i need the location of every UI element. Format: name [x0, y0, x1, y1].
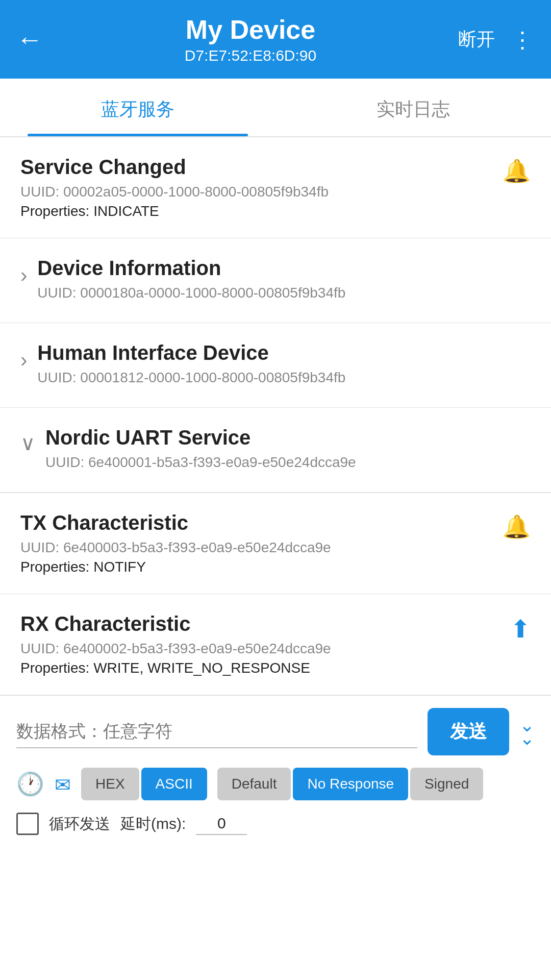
device-information-name: Device Information — [37, 257, 531, 280]
rx-characteristic-header: RX Characteristic UUID: 6e400002-b5a3-f3… — [20, 612, 531, 676]
response-type-group: Default No Response Signed — [217, 768, 484, 800]
header-actions: 断开 ⋮ — [458, 27, 535, 53]
default-response-button[interactable]: Default — [217, 768, 291, 800]
nordic-uart-uuid: UUID: 6e400001-b5a3-f393-e0a9-e50e24dcca… — [45, 454, 531, 471]
rx-characteristic-uuid: UUID: 6e400002-b5a3-f393-e0a9-e50e24dcca… — [20, 641, 331, 657]
send-button[interactable]: 发送 — [428, 708, 509, 755]
characteristic-tx: TX Characteristic UUID: 6e400003-b5a3-f3… — [0, 493, 551, 594]
rx-characteristic-info: RX Characteristic UUID: 6e400002-b5a3-f3… — [20, 612, 331, 676]
rx-characteristic-properties: Properties: WRITE, WRITE_NO_RESPONSE — [20, 660, 331, 676]
service-changed-header: Service Changed UUID: 00002a05-0000-1000… — [20, 156, 531, 219]
format-row: 🕐 ✉ HEX ASCII Default No Response Signed — [16, 768, 535, 800]
characteristic-rx: RX Characteristic UUID: 6e400002-b5a3-f3… — [0, 594, 551, 695]
rx-characteristic-name: RX Characteristic — [20, 612, 331, 635]
service-changed-uuid: UUID: 00002a05-0000-1000-8000-00805f9b34… — [20, 184, 329, 200]
input-row: 发送 ⌄⌄ — [16, 708, 535, 755]
service-changed: Service Changed UUID: 00002a05-0000-1000… — [0, 137, 551, 238]
bottom-panel: 发送 ⌄⌄ 🕐 ✉ HEX ASCII Default No Response … — [0, 695, 551, 845]
device-information-chevron-icon[interactable]: › — [20, 264, 27, 287]
clock-icon: 🕐 — [16, 771, 44, 796]
delay-input[interactable] — [196, 813, 247, 835]
send-data-icon-button[interactable]: ✉ — [55, 771, 71, 797]
nordic-uart-chevron-icon[interactable]: ∨ — [20, 431, 35, 455]
tab-ble-services[interactable]: 蓝牙服务 — [0, 79, 276, 136]
tx-characteristic-name: TX Characteristic — [20, 511, 331, 534]
tx-characteristic-header: TX Characteristic UUID: 6e400003-b5a3-f3… — [20, 511, 531, 575]
loop-send-label: 循环发送 — [49, 814, 110, 835]
service-changed-info: Service Changed UUID: 00002a05-0000-1000… — [20, 156, 329, 219]
more-menu-button[interactable]: ⋮ — [511, 27, 535, 53]
service-changed-properties: Properties: INDICATE — [20, 203, 329, 219]
header-center: My Device D7:E7:52:E8:6D:90 — [43, 14, 458, 64]
nordic-uart-content: Nordic UART Service UUID: 6e400001-b5a3-… — [45, 426, 531, 474]
human-interface-device-name: Human Interface Device — [37, 341, 531, 364]
tx-characteristic-info: TX Characteristic UUID: 6e400003-b5a3-f3… — [20, 511, 331, 575]
ascii-format-button[interactable]: ASCII — [141, 768, 207, 800]
service-nordic-uart: ∨ Nordic UART Service UUID: 6e400001-b5a… — [0, 408, 551, 493]
hex-format-button[interactable]: HEX — [81, 768, 139, 800]
device-address: D7:E7:52:E8:6D:90 — [43, 47, 458, 64]
tx-characteristic-properties: Properties: NOTIFY — [20, 559, 331, 575]
service-human-interface-device: › Human Interface Device UUID: 00001812-… — [0, 323, 551, 408]
signed-button[interactable]: Signed — [410, 768, 483, 800]
send-icon: ✉ — [55, 774, 71, 796]
encoding-format-group: HEX ASCII — [81, 768, 207, 800]
tx-characteristic-bell-icon[interactable]: 🔔 — [503, 513, 531, 540]
expand-panel-button[interactable]: ⌄⌄ — [519, 719, 535, 744]
service-device-information: › Device Information UUID: 0000180a-0000… — [0, 238, 551, 323]
device-information-uuid: UUID: 0000180a-0000-1000-8000-00805f9b34… — [37, 285, 531, 301]
human-interface-device-chevron-icon[interactable]: › — [20, 349, 27, 372]
loop-send-checkbox[interactable] — [16, 813, 39, 835]
disconnect-button[interactable]: 断开 — [458, 27, 495, 52]
back-button[interactable]: ← — [16, 26, 43, 53]
service-changed-bell-icon[interactable]: 🔔 — [503, 158, 531, 184]
human-interface-device-uuid: UUID: 00001812-0000-1000-8000-00805f9b34… — [37, 370, 531, 386]
device-information-content: Device Information UUID: 0000180a-0000-1… — [37, 257, 531, 304]
delay-label: 延时(ms): — [120, 814, 186, 835]
tab-bar: 蓝牙服务 实时日志 — [0, 79, 551, 137]
page-title: My Device — [43, 14, 458, 45]
loop-send-row: 循环发送 延时(ms): — [16, 813, 535, 835]
nordic-uart-name: Nordic UART Service — [45, 426, 531, 449]
service-changed-name: Service Changed — [20, 156, 329, 179]
rx-characteristic-upload-icon[interactable]: ⬆ — [510, 615, 531, 643]
human-interface-device-content: Human Interface Device UUID: 00001812-00… — [37, 341, 531, 389]
history-icon-button[interactable]: 🕐 — [16, 771, 44, 797]
app-header: ← My Device D7:E7:52:E8:6D:90 断开 ⋮ — [0, 0, 551, 79]
no-response-button[interactable]: No Response — [293, 768, 408, 800]
tab-realtime-log[interactable]: 实时日志 — [276, 79, 551, 136]
data-input[interactable] — [16, 715, 417, 748]
tx-characteristic-uuid: UUID: 6e400003-b5a3-f393-e0a9-e50e24dcca… — [20, 540, 331, 556]
